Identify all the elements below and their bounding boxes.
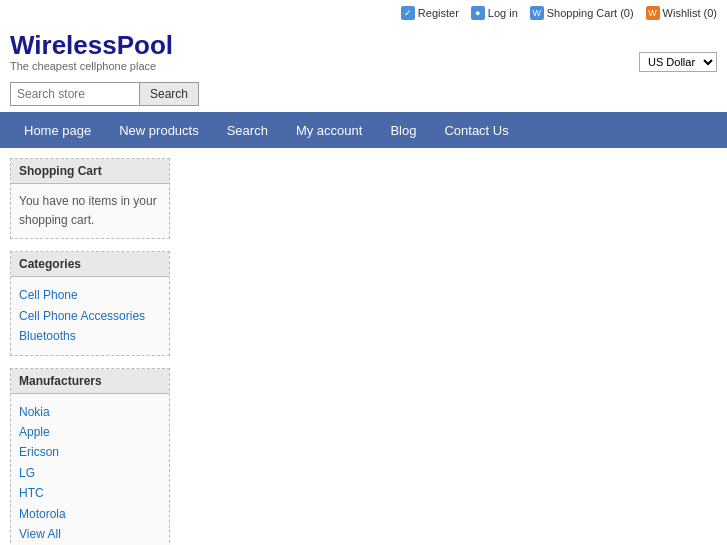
register-icon: ✓ xyxy=(401,6,415,20)
login-label: Log in xyxy=(488,7,518,19)
main-content xyxy=(180,158,717,545)
nav-bar: Home page New products Search My account… xyxy=(0,112,727,148)
shopping-cart-box: Shopping Cart You have no items in your … xyxy=(10,158,170,239)
categories-box: Categories Cell Phone Cell Phone Accesso… xyxy=(10,251,170,355)
search-button[interactable]: Search xyxy=(140,82,199,106)
manufacturer-motorola[interactable]: Motorola xyxy=(19,504,161,524)
content: Shopping Cart You have no items in your … xyxy=(0,148,727,545)
nav-blog[interactable]: Blog xyxy=(376,112,430,148)
nav-new-products[interactable]: New products xyxy=(105,112,212,148)
manufacturer-apple[interactable]: Apple xyxy=(19,422,161,442)
logo-area: WirelessPool The cheapest cellphone plac… xyxy=(0,24,727,78)
manufacturers-box: Manufacturers Nokia Apple Ericson LG HTC… xyxy=(10,368,170,545)
category-cell-phone[interactable]: Cell Phone xyxy=(19,285,161,305)
cart-link[interactable]: W Shopping Cart (0) xyxy=(530,6,634,20)
logo: WirelessPool The cheapest cellphone plac… xyxy=(10,32,173,72)
manufacturer-nokia[interactable]: Nokia xyxy=(19,402,161,422)
logo-part1: Wireless xyxy=(10,30,117,60)
wishlist-label: Wishlist (0) xyxy=(663,7,717,19)
register-label: Register xyxy=(418,7,459,19)
register-link[interactable]: ✓ Register xyxy=(401,6,459,20)
logo-title: WirelessPool xyxy=(10,32,173,58)
wishlist-icon: W xyxy=(646,6,660,20)
currency-row: US Dollar Euro GBP xyxy=(639,52,717,72)
manufacturer-lg[interactable]: LG xyxy=(19,463,161,483)
cart-icon: W xyxy=(530,6,544,20)
shopping-cart-title: Shopping Cart xyxy=(11,159,169,184)
category-accessories[interactable]: Cell Phone Accessories xyxy=(19,306,161,326)
logo-part2: Pool xyxy=(117,30,173,60)
top-bar: ✓ Register ● Log in W Shopping Cart (0) … xyxy=(0,0,727,24)
sidebar: Shopping Cart You have no items in your … xyxy=(10,158,170,545)
category-bluetooths[interactable]: Bluetooths xyxy=(19,326,161,346)
logo-subtitle: The cheapest cellphone place xyxy=(10,60,173,72)
manufacturers-content: Nokia Apple Ericson LG HTC Motorola View… xyxy=(11,394,169,545)
nav-search[interactable]: Search xyxy=(213,112,282,148)
nav-contact[interactable]: Contact Us xyxy=(430,112,522,148)
manufacturers-title: Manufacturers xyxy=(11,369,169,394)
search-bar: Search xyxy=(0,78,727,112)
login-icon: ● xyxy=(471,6,485,20)
currency-select[interactable]: US Dollar Euro GBP xyxy=(639,52,717,72)
manufacturer-ericson[interactable]: Ericson xyxy=(19,442,161,462)
manufacturer-view-all[interactable]: View All xyxy=(19,524,161,544)
nav-home[interactable]: Home page xyxy=(10,112,105,148)
search-input[interactable] xyxy=(10,82,140,106)
shopping-cart-message: You have no items in your shopping cart. xyxy=(11,184,169,238)
login-link[interactable]: ● Log in xyxy=(471,6,518,20)
nav-my-account[interactable]: My account xyxy=(282,112,376,148)
wishlist-link[interactable]: W Wishlist (0) xyxy=(646,6,717,20)
categories-content: Cell Phone Cell Phone Accessories Blueto… xyxy=(11,277,169,354)
manufacturer-htc[interactable]: HTC xyxy=(19,483,161,503)
categories-title: Categories xyxy=(11,252,169,277)
cart-label: Shopping Cart (0) xyxy=(547,7,634,19)
